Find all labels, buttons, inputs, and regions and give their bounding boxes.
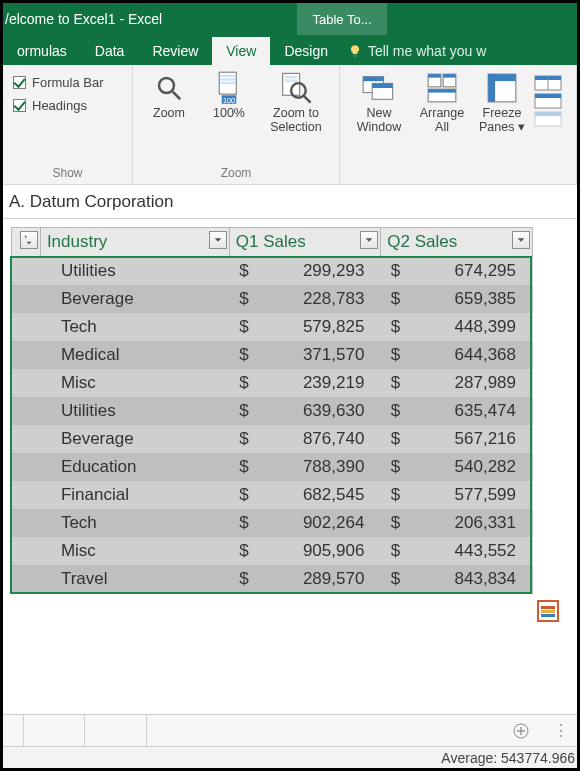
cell-industry[interactable]: Utilities: [40, 397, 229, 425]
tell-me-search[interactable]: Tell me what you w: [342, 37, 492, 65]
cell-q2[interactable]: 674,295: [410, 257, 532, 286]
filter-dropdown-icon[interactable]: [512, 231, 530, 249]
table-row[interactable]: Financial$682,545$577,599: [12, 481, 533, 509]
checkbox-icon: [13, 99, 26, 112]
checkbox-headings[interactable]: Headings: [11, 94, 124, 117]
cell-q1[interactable]: 579,825: [259, 313, 381, 341]
checkbox-formula-bar[interactable]: Formula Bar: [11, 71, 124, 94]
cell-q1[interactable]: 682,545: [259, 481, 381, 509]
cell-q2[interactable]: 635,474: [410, 397, 532, 425]
cell-currency: $: [381, 397, 410, 425]
sort-dropdown-icon[interactable]: [20, 231, 38, 249]
cell-q2[interactable]: 843,834: [410, 565, 532, 594]
row-index-cell: [12, 397, 41, 425]
table-row[interactable]: Beverage$228,783$659,385: [12, 285, 533, 313]
arrange-all-button[interactable]: Arrange All: [414, 71, 470, 135]
cell-industry[interactable]: Financial: [40, 481, 229, 509]
cell-q2[interactable]: 206,331: [410, 509, 532, 537]
unhide-icon[interactable]: [534, 111, 562, 127]
cell-industry[interactable]: Tech: [40, 509, 229, 537]
zoom-to-selection-label: Zoom to Selection: [261, 107, 331, 135]
filter-dropdown-icon[interactable]: [209, 231, 227, 249]
cell-currency: $: [229, 285, 258, 313]
svg-text:100: 100: [223, 96, 235, 105]
filter-dropdown-icon[interactable]: [360, 231, 378, 249]
cell-currency: $: [381, 537, 410, 565]
table-row[interactable]: Education$788,390$540,282: [12, 453, 533, 481]
contextual-tab-table-tools[interactable]: Table To...: [297, 3, 387, 35]
table-row[interactable]: Medical$371,570$644,368: [12, 341, 533, 369]
cell-q1[interactable]: 902,264: [259, 509, 381, 537]
lightbulb-icon: [348, 44, 362, 58]
cell-industry[interactable]: Misc: [40, 537, 229, 565]
row-index-cell: [12, 257, 41, 286]
cell-q1[interactable]: 371,570: [259, 341, 381, 369]
table-row[interactable]: Utilities$299,293$674,295: [12, 257, 533, 286]
svg-rect-10: [285, 80, 297, 82]
ribbon: Formula Bar Headings Show Zoom: [3, 65, 577, 185]
zoom-100-button[interactable]: 100 100%: [201, 71, 257, 135]
cell-industry[interactable]: Beverage: [40, 285, 229, 313]
freeze-panes-button[interactable]: Freeze Panes ▾: [474, 71, 530, 135]
cell-industry[interactable]: Beverage: [40, 425, 229, 453]
tab-formulas[interactable]: ormulas: [3, 37, 81, 65]
table-row[interactable]: Travel$289,570$843,834: [12, 565, 533, 594]
zoom-to-selection-button[interactable]: Zoom to Selection: [261, 71, 331, 135]
cell-q1[interactable]: 239,219: [259, 369, 381, 397]
svg-rect-25: [488, 74, 495, 102]
row-index-cell: [12, 565, 41, 594]
cell-q2[interactable]: 540,282: [410, 453, 532, 481]
cell-industry[interactable]: Travel: [40, 565, 229, 594]
cell-industry[interactable]: Tech: [40, 313, 229, 341]
cell-q2[interactable]: 567,216: [410, 425, 532, 453]
cell-q2[interactable]: 448,399: [410, 313, 532, 341]
column-header-index[interactable]: [12, 228, 41, 257]
cell-q1[interactable]: 289,570: [259, 565, 381, 594]
cell-industry[interactable]: Misc: [40, 369, 229, 397]
table-row[interactable]: Tech$579,825$448,399: [12, 313, 533, 341]
new-sheet-button[interactable]: [497, 723, 545, 739]
cell-q2[interactable]: 443,552: [410, 537, 532, 565]
table-row[interactable]: Utilities$639,630$635,474: [12, 397, 533, 425]
split-icon[interactable]: [534, 75, 562, 91]
cell-q2[interactable]: 287,989: [410, 369, 532, 397]
hide-icon[interactable]: [534, 93, 562, 109]
worksheet[interactable]: Industry Q1 Sales Q2 Sales Utilities$299…: [3, 219, 577, 594]
new-window-icon: [362, 71, 396, 105]
tab-nav-area[interactable]: [3, 715, 24, 746]
cell-industry[interactable]: Utilities: [40, 257, 229, 286]
table-row[interactable]: Misc$905,906$443,552: [12, 537, 533, 565]
zoom-button[interactable]: Zoom: [141, 71, 197, 135]
sheet-tab-area[interactable]: [24, 715, 86, 746]
strip-grip-icon[interactable]: ⋮: [545, 721, 577, 740]
cell-q1[interactable]: 905,906: [259, 537, 381, 565]
row-index-cell: [12, 453, 41, 481]
zoom-100-label: 100%: [213, 107, 245, 121]
cell-q2[interactable]: 659,385: [410, 285, 532, 313]
cell-q1[interactable]: 228,783: [259, 285, 381, 313]
cell-q1[interactable]: 639,630: [259, 397, 381, 425]
cell-industry[interactable]: Medical: [40, 341, 229, 369]
cell-q1[interactable]: 788,390: [259, 453, 381, 481]
table-row[interactable]: Misc$239,219$287,989: [12, 369, 533, 397]
row-index-cell: [12, 537, 41, 565]
quick-analysis-button[interactable]: [537, 600, 559, 622]
cell-q1[interactable]: 876,740: [259, 425, 381, 453]
cell-q2[interactable]: 644,368: [410, 341, 532, 369]
tab-review[interactable]: Review: [138, 37, 212, 65]
cell-industry[interactable]: Education: [40, 453, 229, 481]
cell-q1[interactable]: 299,293: [259, 257, 381, 286]
svg-line-1: [173, 92, 181, 100]
table-row[interactable]: Beverage$876,740$567,216: [12, 425, 533, 453]
new-window-button[interactable]: New Window: [348, 71, 410, 135]
ribbon-group-label-zoom: Zoom: [141, 164, 331, 182]
table-row[interactable]: Tech$902,264$206,331: [12, 509, 533, 537]
cell-q2[interactable]: 577,599: [410, 481, 532, 509]
sheet-tab-area-2[interactable]: [85, 715, 147, 746]
column-header-q1[interactable]: Q1 Sales: [229, 228, 381, 257]
tab-design[interactable]: Design: [270, 37, 342, 65]
tab-data[interactable]: Data: [81, 37, 139, 65]
column-header-industry[interactable]: Industry: [40, 228, 229, 257]
tab-view[interactable]: View: [212, 37, 270, 65]
column-header-q2[interactable]: Q2 Sales: [381, 228, 533, 257]
